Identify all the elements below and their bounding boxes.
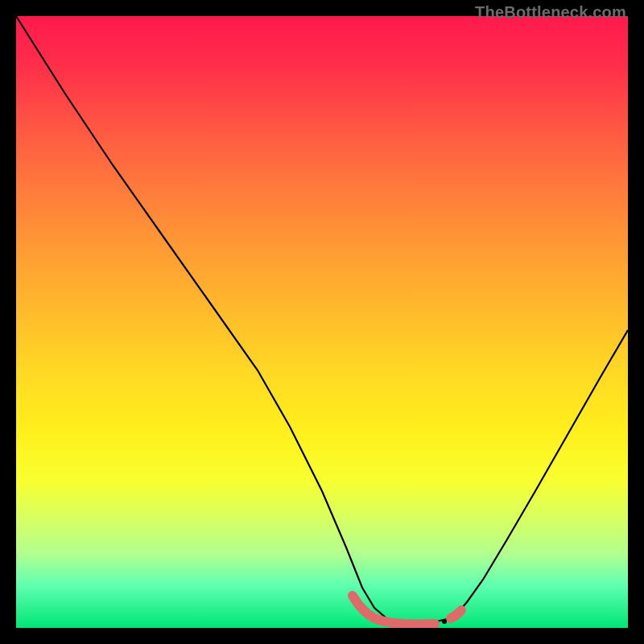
watermark-text: TheBottleneck.com [475,3,626,22]
bottleneck-curve [16,16,628,628]
curve-path [16,16,628,623]
chart-canvas: TheBottleneck.com [0,0,644,644]
plot-area [16,16,628,628]
accent-floor-right [451,610,461,618]
accent-gap-dot [442,619,447,624]
accent-floor-left [353,596,435,625]
